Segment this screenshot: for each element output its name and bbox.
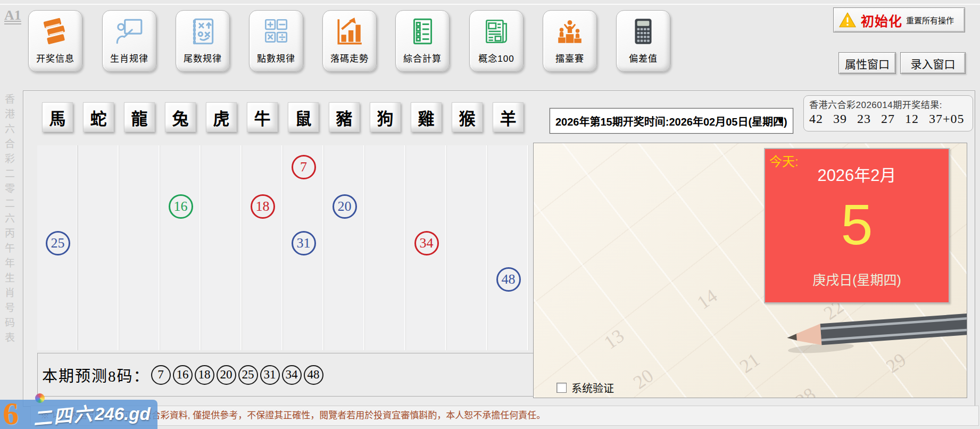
calendar-day: 5 [765,196,949,253]
podium-icon [554,16,585,47]
strategy-icon [187,16,218,47]
calendar-month: 2026年2月 [765,162,949,186]
chart-ball-7: 7 [292,155,316,179]
toolbar-button-books[interactable]: 开奖信息 [28,10,82,72]
watermark-spark-icon [35,393,45,403]
toolbar-button-list[interactable]: 綜合計算 [395,10,450,72]
period-select[interactable]: 2026年第15期开奖时间:2026年02月05日(星期四) ▼ [550,108,793,134]
toolbar-button-label: 落碼走勢 [330,51,369,64]
zodiac-key-12[interactable]: 羊 [493,102,524,132]
chart-ball-18: 18 [251,194,275,219]
calendar-today-card: 今天: 2026年2月 5 庚戌日(星期四) [764,148,950,303]
calendar-faint-number: 14 [693,284,721,314]
zodiac-key-9[interactable]: 狗 [370,102,401,132]
toolbar-button-label: 开奖信息 [36,51,74,64]
app-window: A1 开奖信息生肖规律尾数规律點數規律落碼走勢綜合計算概念100擂臺賽偏差值 初… [0,0,980,429]
watermark-caption: 二四六 [32,398,95,429]
zodiac-key-5[interactable]: 虎 [206,102,237,132]
zodiac-key-6[interactable]: 牛 [247,102,278,132]
calendar-faint-number: 29 [882,348,910,377]
toolbar-button-label: 擂臺賽 [555,51,584,64]
prediction-ball-7: 7 [151,365,171,385]
list-icon [407,16,438,47]
vertical-title: 香港六合彩二零二六丙午年生肖号码表 [2,94,16,360]
chevron-down-icon: ▼ [775,115,785,127]
watermark-badge: 6 二四六 246.gd [0,400,157,429]
board-icon [114,16,145,47]
calendar-faint-number: 28 [791,383,820,398]
toolbar-button-board[interactable]: 生肖规律 [102,10,156,72]
news-icon [481,16,512,47]
calc-icon [628,16,659,47]
books-icon [40,16,71,47]
zodiac-key-3[interactable]: 龍 [124,102,155,132]
calendar-faint-number: 20 [629,364,658,393]
prediction-ball-20: 20 [217,365,236,385]
prediction-ball-18: 18 [195,365,214,385]
zodiac-key-11[interactable]: 猴 [452,102,483,132]
last-result-title: 香港六合彩2026014期开奖结果: [809,97,967,111]
system-verify-checkbox[interactable]: 系统验证 [557,380,614,395]
zodiac-key-7[interactable]: 鼠 [288,102,319,132]
chart-ball-20: 20 [333,194,357,219]
warning-icon [838,11,857,29]
prediction-ball-31: 31 [260,365,280,385]
toolbar-button-label: 尾数规律 [184,51,222,64]
chart-ball-25: 25 [46,231,70,255]
toolbar-button-math[interactable]: 點數規律 [249,10,303,72]
toolbar-button-label: 綜合計算 [403,51,442,64]
zodiac-key-8[interactable]: 豬 [329,102,360,132]
toolbar-button-strategy[interactable]: 尾数规律 [176,10,230,72]
calendar-faint-number: 21 [735,348,764,377]
toolbar-button-label: 點數規律 [257,51,295,64]
toolbar-button-label: 生肖规律 [110,51,148,64]
zodiac-key-10[interactable]: 雞 [411,102,442,132]
checkbox-icon[interactable] [557,383,567,393]
prediction-box: 本期预测8码： 716182025313448 [37,353,534,397]
top-divider [0,4,980,5]
pencil-image [782,304,967,359]
last-result-box: 香港六合彩2026014期开奖结果: 42 39 23 27 12 37+05 [803,95,973,131]
toolbar-button-label: 概念100 [478,51,514,64]
prediction-ball-16: 16 [173,365,193,385]
zodiac-trend-chart: 716182025313448 [37,145,529,350]
prediction-ball-48: 48 [304,365,323,385]
corner-label: A1 [4,7,21,24]
chart-ball-48: 48 [496,267,521,292]
initialize-label: 初始化 [861,11,902,30]
watermark-brand: 246.gd [95,404,151,424]
zodiac-key-4[interactable]: 兔 [165,102,196,132]
toolbar-button-podium[interactable]: 擂臺賽 [543,10,597,72]
trend-icon [334,16,365,47]
chart-ball-34: 34 [414,231,439,255]
zodiac-key-2[interactable]: 蛇 [83,102,114,132]
system-verify-label: 系统验证 [571,380,614,395]
initialize-button[interactable]: 初始化 重置所有操作 [833,7,965,32]
last-result-numbers: 42 39 23 27 12 37+05 [809,112,967,126]
math-icon [261,16,292,47]
toolbar-button-label: 偏差值 [629,51,658,64]
disclaimer-text: ※ 以上内容引用香港正版六合彩資料, 僅提供參考，不保證其正確性，閱覽者若用於投… [30,406,979,426]
prediction-ball-25: 25 [238,365,258,385]
toolbar-button-news[interactable]: 概念100 [469,10,524,72]
calendar-day-detail: 庚戌日(星期四) [765,269,949,288]
watermark-logo-digit: 6 [3,395,19,429]
prediction-label: 本期预测8码： [42,364,150,386]
toolbar-button-trend[interactable]: 落碼走勢 [322,10,377,72]
prediction-ball-34: 34 [282,365,302,385]
period-select-value: 2026年第15期开奖时间:2026年02月05日(星期四) [550,113,787,129]
calendar-faint-number: 13 [600,324,628,353]
chart-ball-31: 31 [292,231,316,255]
zodiac-key-1[interactable]: 馬 [42,102,73,132]
calendar-panel: 1314202122232928 今天: 2026年2月 5 庚戌日(星期四) … [533,143,967,398]
toolbar-button-calc[interactable]: 偏差值 [616,10,670,72]
properties-window-button[interactable]: 属性窗口 [838,52,896,74]
entry-window-button[interactable]: 录入窗口 [900,52,966,74]
prediction-numbers: 716182025313448 [150,365,325,385]
initialize-sublabel: 重置所有操作 [906,14,954,26]
chart-ball-16: 16 [169,194,193,219]
